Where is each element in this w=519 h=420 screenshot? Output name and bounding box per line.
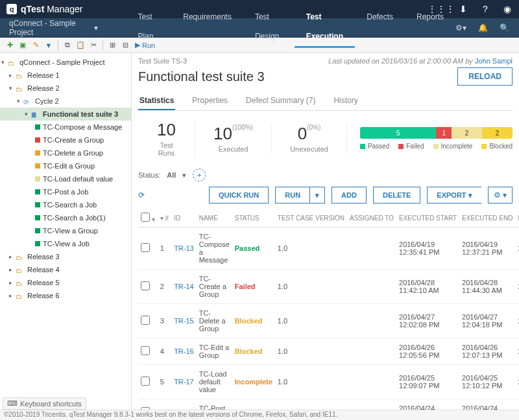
tree-suite[interactable]: ▾≣Functional test suite 3 bbox=[0, 108, 131, 121]
col-header[interactable]: EXECUTED START bbox=[396, 209, 459, 228]
keyboard-shortcuts-button[interactable]: ⌨ Keyboard shortcuts bbox=[3, 397, 86, 410]
sidebar-tree: ▾🗀qConnect - Sample Project ▸🗀Release 1 … bbox=[0, 53, 132, 410]
legend-item: Blocked bbox=[481, 143, 513, 150]
table-row[interactable]: 3TR-15TC-Delete a GroupBlocked1.02016/04… bbox=[138, 304, 519, 338]
copy-icon[interactable]: ⧉ bbox=[62, 40, 73, 51]
project-name: qConnect - Sample Project bbox=[9, 19, 91, 37]
sub-tab-0[interactable]: Statistics bbox=[138, 92, 175, 110]
row-checkbox[interactable] bbox=[141, 243, 150, 252]
new-folder-icon[interactable]: ▣ bbox=[17, 40, 29, 51]
last-updated-user[interactable]: John Sampl bbox=[475, 57, 513, 65]
brand: q qTest Manager bbox=[6, 4, 82, 14]
table-row[interactable]: 5TR-17TC-Load default valueIncomplete1.0… bbox=[138, 365, 519, 399]
add-icon[interactable]: ✚ bbox=[4, 40, 16, 51]
run-id-link[interactable]: TR-15 bbox=[174, 317, 194, 325]
nav-tab-defects[interactable]: Defects bbox=[355, 7, 405, 48]
add-filter-button[interactable]: + bbox=[193, 169, 206, 181]
col-header[interactable]: EXECUTED END bbox=[459, 209, 515, 228]
delete-button[interactable]: DELETE bbox=[373, 187, 420, 204]
cut-icon[interactable]: ✂ bbox=[88, 40, 99, 51]
nav-tab-test-execution[interactable]: Test Execution bbox=[295, 7, 356, 48]
user-icon[interactable]: ◉ bbox=[502, 4, 513, 14]
expand-icon[interactable]: ⊞ bbox=[106, 40, 118, 51]
tree-release-5[interactable]: ▸🗀Release 5 bbox=[0, 276, 131, 289]
chevron-down-icon[interactable]: ▾ bbox=[182, 171, 186, 180]
tree-cycle-2[interactable]: ▾⟳Cycle 2 bbox=[0, 95, 131, 108]
last-updated: Last updated on 2016/03/16 at 2:00:00 AM… bbox=[328, 57, 513, 65]
status-filter-value[interactable]: All bbox=[167, 171, 176, 179]
tree-release-6[interactable]: ▸🗀Release 6 bbox=[0, 289, 131, 302]
sub-tab-1[interactable]: Properties bbox=[191, 92, 229, 110]
export-button[interactable]: EXPORT ▾ bbox=[427, 187, 481, 204]
row-checkbox[interactable] bbox=[141, 346, 150, 355]
row-checkbox[interactable] bbox=[141, 281, 150, 290]
search-icon[interactable]: 🔍 bbox=[500, 23, 509, 32]
run-button[interactable]: ▶ Run bbox=[135, 41, 155, 49]
legend-item: Failed bbox=[398, 143, 424, 150]
nav-tab-reports[interactable]: Reports bbox=[405, 7, 455, 48]
table-settings-icon[interactable]: ⚙ ▾ bbox=[488, 187, 513, 204]
col-header[interactable]: PLANNED START DATE bbox=[515, 209, 519, 228]
run-id-link[interactable]: TR-16 bbox=[174, 347, 194, 355]
row-checkbox[interactable] bbox=[141, 316, 150, 325]
collapse-icon[interactable]: ⊟ bbox=[119, 40, 131, 51]
help-icon[interactable]: ? bbox=[480, 4, 490, 14]
run-button[interactable]: RUN bbox=[275, 187, 309, 204]
col-header[interactable]: STATUS bbox=[232, 209, 275, 228]
tree-release-4[interactable]: ▸🗀Release 4 bbox=[0, 263, 131, 276]
col-header[interactable]: ASSIGNED TO bbox=[347, 209, 396, 228]
table-row[interactable]: 4TR-16TC-Edit a GroupBlocked1.02016/04/2… bbox=[138, 338, 519, 365]
tree-testcase[interactable]: TC-Load default value bbox=[0, 172, 131, 185]
nav-tab-test-design[interactable]: Test Design bbox=[243, 7, 295, 48]
sub-tab-3[interactable]: History bbox=[332, 92, 359, 110]
sub-tab-2[interactable]: Defect Summary (7) bbox=[245, 92, 317, 110]
tree-testcase[interactable]: TC-Post a Job bbox=[0, 185, 131, 198]
project-dropdown[interactable]: qConnect - Sample Project ▾ bbox=[0, 19, 107, 37]
tree-testcase[interactable]: TC-View a Group bbox=[0, 224, 131, 237]
tree-testcase[interactable]: TC-View a Job bbox=[0, 237, 131, 250]
filter-row: Status: All ▾ + bbox=[138, 169, 513, 181]
sub-tabs: StatisticsPropertiesDefect Summary (7)Hi… bbox=[138, 92, 513, 111]
col-header[interactable]: ▾ # bbox=[158, 209, 171, 228]
quick-run-button[interactable]: QUICK RUN bbox=[209, 187, 269, 204]
stats-row: 10 Test Runs 10(100%) Executed 0(0%) Une… bbox=[138, 111, 513, 166]
settings-gear-icon[interactable]: ⚙▾ bbox=[455, 23, 466, 32]
table-row[interactable]: 2TR-14TC-Create a GroupFailed1.02016/04/… bbox=[138, 270, 519, 304]
select-all-checkbox[interactable] bbox=[141, 213, 150, 222]
download-icon[interactable]: ⬇ bbox=[458, 4, 468, 14]
col-header[interactable]: TEST CASE VERSION bbox=[275, 209, 347, 228]
paste-icon[interactable]: 📋 bbox=[75, 40, 86, 51]
filter-icon[interactable]: ▼ bbox=[43, 40, 54, 51]
edit-icon[interactable]: ✎ bbox=[30, 40, 42, 51]
table-row[interactable]: 6TR-18TC-Post a JobPassed1.02016/04/24 1… bbox=[138, 399, 519, 410]
tree-testcase[interactable]: TC-Edit a Group bbox=[0, 159, 131, 172]
tree-testcase[interactable]: TC-Compose a Message bbox=[0, 121, 131, 134]
add-button[interactable]: ADD bbox=[332, 187, 367, 204]
run-id-link[interactable]: TR-17 bbox=[174, 378, 194, 386]
content: Test Suite TS-3 Last updated on 2016/03/… bbox=[132, 53, 519, 410]
col-header[interactable]: ▾ bbox=[138, 209, 158, 228]
refresh-icon[interactable]: ⟳ bbox=[138, 191, 145, 200]
table-row[interactable]: 1TR-13TC-Compose a MessagePassed1.02016/… bbox=[138, 228, 519, 270]
status-bar: 5122 PassedFailedIncompleteBlocked bbox=[360, 127, 513, 150]
reload-button[interactable]: RELOAD bbox=[457, 67, 513, 86]
action-row: ⟳ QUICK RUN RUN ▾ ADD DELETE EXPORT ▾ ⚙ … bbox=[138, 187, 513, 204]
col-header[interactable]: ID bbox=[171, 209, 197, 228]
run-id-link[interactable]: TR-13 bbox=[174, 244, 194, 252]
notifications-bell-icon[interactable]: 🔔 bbox=[478, 23, 488, 32]
tree-testcase[interactable]: TC-Search a Job(1) bbox=[0, 211, 131, 224]
tree-testcase[interactable]: TC-Search a Job bbox=[0, 198, 131, 211]
col-header[interactable]: NAME bbox=[197, 209, 232, 228]
chevron-down-icon: ▾ bbox=[94, 23, 98, 32]
row-checkbox[interactable] bbox=[141, 377, 150, 386]
nav-tab-requirements[interactable]: Requirements bbox=[171, 7, 243, 48]
tree-testcase[interactable]: TC-Delete a Group bbox=[0, 146, 131, 159]
tree-release-2[interactable]: ▾🗀Release 2 bbox=[0, 82, 131, 95]
page-title: Functional test suite 3 bbox=[138, 69, 265, 84]
tree-root[interactable]: ▾🗀qConnect - Sample Project bbox=[0, 56, 131, 69]
tree-release-3[interactable]: ▸🗀Release 3 bbox=[0, 250, 131, 263]
tree-testcase[interactable]: TC-Create a Group bbox=[0, 134, 131, 146]
tree-release-1[interactable]: ▸🗀Release 1 bbox=[0, 69, 131, 82]
run-id-link[interactable]: TR-14 bbox=[174, 283, 194, 290]
run-dropdown[interactable]: ▾ bbox=[309, 187, 325, 204]
